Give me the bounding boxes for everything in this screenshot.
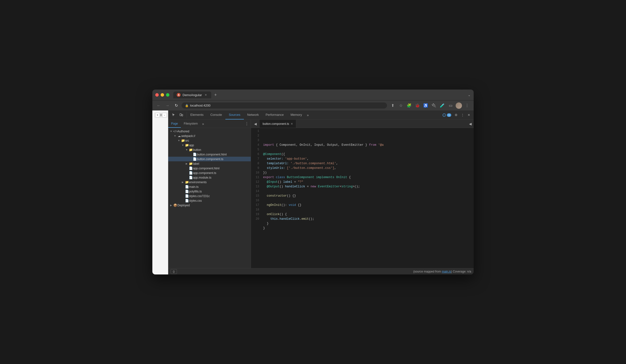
- file-tree: ▼</>Authored▼☁webpack://▼📁src▼📁app▼📁butt…: [168, 128, 251, 268]
- settings-button[interactable]: ⚙: [453, 112, 459, 118]
- accessibility-icon[interactable]: ♿: [422, 102, 429, 109]
- issues-button[interactable]: i 1: [441, 112, 453, 118]
- tree-item[interactable]: ▼☁webpack://: [168, 134, 251, 138]
- devtools-content: Page Filesystem » ⋮ ▼</>Authored▼☁webpac…: [168, 120, 474, 268]
- tree-item[interactable]: 📄polyfills.ts: [168, 189, 251, 194]
- tab-memory[interactable]: Memory: [287, 110, 306, 119]
- tree-item-label: app: [189, 144, 251, 147]
- code-line: export class ButtonComponent implements …: [263, 175, 474, 180]
- tree-item[interactable]: ▼📁src: [168, 138, 251, 143]
- tree-item[interactable]: ▼</>Authored: [168, 129, 251, 134]
- code-line: @Component({: [263, 152, 474, 157]
- new-tab-button[interactable]: +: [212, 91, 219, 98]
- more-button[interactable]: ⋮: [464, 102, 471, 109]
- traffic-lights: [155, 93, 169, 97]
- bookmark-icon[interactable]: ☆: [397, 102, 404, 109]
- tree-item[interactable]: ▼📁app: [168, 143, 251, 147]
- devtools-panel: Elements Console Sources Network Perform…: [168, 110, 474, 274]
- share-icon[interactable]: ⬆: [389, 102, 396, 109]
- inspect-element-button[interactable]: [170, 112, 177, 118]
- tree-item-label: button: [193, 148, 251, 152]
- tab-network[interactable]: Network: [244, 110, 262, 119]
- statusbar-link[interactable]: main.js: [442, 270, 451, 273]
- tree-item-label: button.component.html: [197, 153, 251, 156]
- extensions-icon[interactable]: 🧩: [405, 102, 413, 109]
- puzzle-icon[interactable]: 🔌: [430, 102, 438, 109]
- statusbar-left: {}: [171, 269, 177, 274]
- filesystem-tab[interactable]: Filesystem: [181, 120, 200, 128]
- tree-item[interactable]: 📄button.component.ts: [168, 157, 251, 161]
- tab-close-button[interactable]: ✕: [204, 93, 208, 97]
- tree-arrow-icon: ▶: [181, 181, 185, 183]
- close-window-button[interactable]: [155, 93, 159, 97]
- code-line: @Input() label = "?": [263, 180, 474, 184]
- bug-icon[interactable]: 🐞: [414, 102, 421, 109]
- tree-item[interactable]: ▶📁environments: [168, 180, 251, 184]
- tree-item-icon: </>: [173, 129, 177, 133]
- tree-item[interactable]: 📄main.ts: [168, 184, 251, 189]
- editor-tab-close-button[interactable]: ✕: [291, 122, 293, 126]
- zoom-out-button[interactable]: -: [162, 113, 167, 117]
- pretty-print-button[interactable]: {}: [171, 269, 177, 274]
- tab-elements[interactable]: Elements: [187, 110, 207, 119]
- devtools-right-icons: i 1 ⚙ ⋮ ✕: [439, 112, 474, 118]
- device-toggle-button[interactable]: [178, 112, 185, 118]
- file-tree-menu-button[interactable]: ⋮: [243, 121, 251, 126]
- editor-collapse-button[interactable]: ◀: [467, 122, 474, 126]
- line-number: 11: [251, 175, 259, 180]
- tree-item[interactable]: 📄styles.css?231c: [168, 194, 251, 198]
- line-number: 7: [251, 157, 259, 161]
- more-file-tabs-button[interactable]: »: [200, 122, 205, 126]
- maximize-window-button[interactable]: [166, 93, 169, 97]
- zoom-in-button[interactable]: +: [155, 113, 160, 117]
- tree-item-label: polyfills.ts: [189, 190, 251, 193]
- tree-item-label: Deployed: [177, 204, 251, 207]
- refresh-button[interactable]: ↻: [173, 102, 180, 109]
- code-lines[interactable]: import { Component, OnInit, Input, Outpu…: [261, 128, 474, 268]
- editor-tab-label: button.component.ts: [263, 122, 289, 126]
- tree-item[interactable]: 📄app.component.html: [168, 166, 251, 171]
- tree-item-icon: 📄: [185, 189, 189, 193]
- sources-panel: Page Filesystem » ⋮ ▼</>Authored▼☁webpac…: [168, 120, 474, 268]
- minimize-window-button[interactable]: [161, 93, 164, 97]
- tree-item-label: label: [193, 162, 251, 165]
- editor-tab-button-component[interactable]: button.component.ts ✕: [260, 120, 296, 128]
- tree-item[interactable]: ▶📦Deployed: [168, 203, 251, 208]
- more-options-button[interactable]: ⋮: [460, 112, 466, 118]
- tree-item[interactable]: 📄app.component.ts: [168, 171, 251, 175]
- forward-button[interactable]: →: [164, 102, 171, 109]
- file-tree-sidebar: Page Filesystem » ⋮ ▼</>Authored▼☁webpac…: [168, 120, 251, 268]
- window-menu-chevron[interactable]: ⌄: [468, 93, 471, 97]
- tree-item[interactable]: 📄button.component.html: [168, 152, 251, 157]
- panel-toggle-button[interactable]: ◀: [252, 120, 259, 127]
- tab-performance[interactable]: Performance: [262, 110, 287, 119]
- tab-bar: A DemoAngular ✕ +: [173, 91, 319, 98]
- tree-item[interactable]: 📄styles.css: [168, 198, 251, 203]
- tab-sources[interactable]: Sources: [225, 110, 244, 119]
- tree-item-icon: 📄: [189, 176, 193, 179]
- tab-console[interactable]: Console: [207, 110, 225, 119]
- browser-tab[interactable]: A DemoAngular ✕: [173, 91, 211, 98]
- page-tab[interactable]: Page: [168, 120, 181, 128]
- line-number: 4: [251, 143, 259, 147]
- profile-icon[interactable]: [455, 102, 463, 109]
- address-bar[interactable]: 🔒 localhost:4200: [182, 103, 387, 109]
- nav-bar: ← → ↻ 🔒 localhost:4200 ⬆ ☆ 🧩 🐞 ♿ 🔌 🧪 ▭ ⋮: [152, 100, 474, 110]
- tree-item[interactable]: ▼📁button: [168, 147, 251, 152]
- line-number: 19: [251, 212, 259, 217]
- close-devtools-button[interactable]: ✕: [466, 112, 472, 118]
- tree-item[interactable]: ▶📁label: [168, 161, 251, 166]
- back-button[interactable]: ←: [155, 102, 162, 109]
- tree-item-icon: 📄: [193, 157, 197, 161]
- tree-item[interactable]: 📄app.module.ts: [168, 175, 251, 180]
- tree-item-icon: ☁: [177, 134, 181, 138]
- line-number: 20: [251, 217, 259, 221]
- more-tabs-button[interactable]: »: [306, 110, 310, 119]
- devtools-tabs: Elements Console Sources Network Perform…: [187, 110, 439, 119]
- flask-icon[interactable]: 🧪: [439, 102, 446, 109]
- tree-arrow-icon: ▼: [177, 139, 181, 142]
- tree-item-label: app.component.ts: [193, 171, 251, 175]
- code-line: onClick() {: [263, 212, 474, 217]
- sidebar-icon[interactable]: ▭: [447, 102, 454, 109]
- line-number: 14: [251, 189, 259, 194]
